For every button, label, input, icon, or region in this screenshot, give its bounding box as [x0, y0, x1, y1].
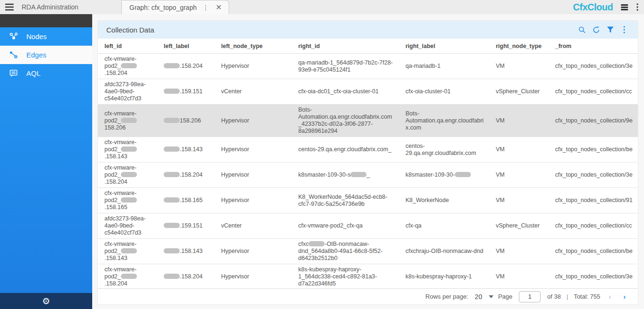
- sidebar-header-strip: [0, 14, 92, 27]
- cell-right_label: k8s-kubespray-haproxy-1: [399, 264, 489, 288]
- page-count-label: of 38: [547, 293, 561, 300]
- sidebar-nav: Nodes Edges AQL: [0, 27, 92, 82]
- sidebar-item-edges[interactable]: Edges: [0, 46, 92, 64]
- column-header-left_node_type[interactable]: left_node_type: [215, 39, 292, 53]
- cell-left_node_type: Hypervisor: [215, 54, 292, 79]
- redacted-text: [350, 172, 366, 177]
- redacted-text: [164, 172, 180, 177]
- table-row[interactable]: cfx-vmware-pod2_.158.204.158.204Hypervis…: [98, 264, 638, 288]
- page-label: Page: [498, 293, 512, 300]
- rows-per-page-label: Rows per page:: [425, 293, 468, 300]
- cell-left_node_type: Hypervisor: [215, 105, 292, 137]
- more-vertical-icon-topbar[interactable]: [631, 0, 644, 14]
- cell-left_label: .159.151: [157, 213, 215, 238]
- collection-toolbar: Collection Data: [98, 21, 638, 39]
- total-label: Total: 755: [574, 293, 600, 300]
- redacted-text: [121, 63, 137, 68]
- cell-right_label: centos-29.qa.engr.cloudfabrix.com: [399, 137, 489, 162]
- redacted-text: [164, 63, 180, 68]
- table-row[interactable]: cfx-vmware-pod2_.158.143.158.143Hypervis…: [98, 137, 638, 163]
- table-row[interactable]: afdc3273-98ea-4ae0-9bed-c54e402cf7d3.159…: [98, 213, 638, 239]
- refresh-icon[interactable]: [589, 24, 603, 36]
- cell-right_id: qa-mariadb-1_564d879d-7b2c-7f28-93e9-e75…: [292, 54, 399, 79]
- column-header-right_node_type[interactable]: right_node_type: [489, 39, 549, 53]
- redacted-text: [164, 146, 180, 152]
- redacted-text: [121, 274, 137, 279]
- rows-per-page-select[interactable]: 20: [475, 293, 493, 301]
- cell-left_label: .158.204: [157, 264, 215, 288]
- table-row[interactable]: cfx-vmware-pod2_.158.165.158.165Hypervis…: [98, 188, 638, 213]
- sidebar: Nodes Edges AQL ⚙: [0, 14, 92, 309]
- previous-page-icon[interactable]: ‹: [605, 293, 615, 301]
- tab-kebab-icon[interactable]: ⋮: [201, 4, 210, 11]
- cell-left_label: .158.143: [157, 137, 215, 162]
- cell-left_id: cfx-vmware-pod2_158.206: [98, 105, 157, 137]
- cell-left_node_type: Hypervisor: [215, 163, 292, 187]
- collection-data-card: Collection Data left_idleft_labelleft_no…: [98, 21, 638, 304]
- cell-right_node_type: VM: [489, 54, 549, 79]
- cfxcloud-logo: CfxCloud: [573, 0, 618, 14]
- edges-icon: [8, 50, 19, 60]
- cell-right_id: Bots-Automation.qa.engr.cloudfabrix.com_…: [292, 105, 399, 137]
- next-page-icon[interactable]: ›: [620, 293, 629, 301]
- redacted-text: [455, 172, 471, 177]
- cell-_from: cfx_topo_nodes_collection/91: [549, 188, 638, 213]
- cell-right_label: qa-mariadb-1: [399, 54, 489, 79]
- nodes-icon: [8, 32, 19, 42]
- sidebar-footer: ⚙: [0, 293, 92, 309]
- pagination-bar: Rows per page: 20 Page of 38 | Total: 75…: [98, 288, 638, 304]
- column-header-right_label[interactable]: right_label: [399, 39, 489, 53]
- table-row[interactable]: cfx-vmware-pod2_.158.204.158.204Hypervis…: [98, 163, 638, 188]
- column-header-_from[interactable]: _from: [549, 39, 638, 53]
- list-icon[interactable]: [618, 0, 631, 14]
- cell-left_label: .158.204: [157, 163, 215, 187]
- gear-icon[interactable]: ⚙: [42, 297, 50, 306]
- more-vertical-icon-toolbar[interactable]: [617, 24, 631, 36]
- cell-left_id: cfx-vmware-pod2_.158.204: [98, 54, 157, 79]
- cell-_from: cfx_topo_nodes_collection/3e: [549, 163, 638, 187]
- redacted-text: [121, 248, 137, 253]
- main-content: Collection Data left_idleft_labelleft_no…: [92, 14, 644, 309]
- cell-left_id: cfx-vmware-pod2_.158.143: [98, 137, 157, 162]
- table-row[interactable]: cfx-vmware-pod2_158.206158.206Hypervisor…: [98, 105, 638, 137]
- table-row[interactable]: cfx-vmware-pod2_.158.204.158.204Hypervis…: [98, 54, 638, 79]
- sidebar-filler: [0, 82, 92, 293]
- sidebar-item-aql[interactable]: AQL: [0, 64, 92, 82]
- cell-left_id: cfx-vmware-pod2_.158.204: [98, 264, 157, 288]
- sidebar-item-label: Edges: [26, 51, 47, 59]
- table-row[interactable]: afdc3273-98ea-4ae0-9bed-c54e402cf7d3.159…: [98, 79, 638, 105]
- cell-right_id: k8s-kubespray-haproxy-1_564dc338-ced4-c8…: [292, 264, 399, 288]
- cell-left_label: 158.206: [157, 105, 215, 137]
- sidebar-item-nodes[interactable]: Nodes: [0, 27, 92, 46]
- cell-right_node_type: VM: [489, 105, 549, 137]
- page-number-input[interactable]: [519, 291, 541, 302]
- search-icon[interactable]: [575, 24, 589, 36]
- cell-right_label: cfxchraju-OIB-nonmacaw-dnd: [399, 239, 489, 264]
- filter-icon[interactable]: [603, 24, 617, 36]
- cell-left_node_type: vCenter: [215, 79, 292, 104]
- column-header-right_id[interactable]: right_id: [292, 39, 399, 53]
- table-row[interactable]: cfx-vmware-pod2_.158.143.158.143Hypervis…: [98, 239, 638, 264]
- redacted-text: [164, 118, 180, 123]
- column-header-left_id[interactable]: left_id: [98, 39, 157, 53]
- cell-right_node_type: vSphere_Cluster: [489, 213, 549, 238]
- pagination-separator: |: [566, 293, 568, 300]
- tab-graph-cfx-topo-graph[interactable]: Graph: cfx_topo_graph ⋮ ✕: [121, 0, 229, 14]
- column-header-left_label[interactable]: left_label: [157, 39, 215, 53]
- main-container: Nodes Edges AQL ⚙ Collection Data: [0, 14, 644, 309]
- app-title: RDA Administration: [19, 0, 121, 14]
- cell-left_id: afdc3273-98ea-4ae0-9bed-c54e402cf7d3: [98, 213, 157, 238]
- cell-left_id: cfx-vmware-pod2_.158.143: [98, 239, 157, 264]
- cell-left_label: .158.204: [157, 54, 215, 79]
- cell-right_node_type: vSphere_Cluster: [489, 79, 549, 104]
- redacted-text: [121, 197, 137, 203]
- collection-title: Collection Data: [106, 26, 154, 34]
- top-bar: RDA Administration Graph: cfx_topo_graph…: [0, 0, 644, 14]
- redacted-text: [164, 89, 180, 94]
- cell-right_node_type: VM: [489, 137, 549, 162]
- cell-left_node_type: Hypervisor: [215, 137, 292, 162]
- cell-right_node_type: VM: [489, 264, 549, 288]
- hamburger-menu-icon[interactable]: [0, 0, 19, 14]
- cell-right_label: Bots-Automation.qa.engr.cloudfabrix.com: [399, 105, 489, 137]
- tab-close-icon[interactable]: ✕: [215, 4, 223, 11]
